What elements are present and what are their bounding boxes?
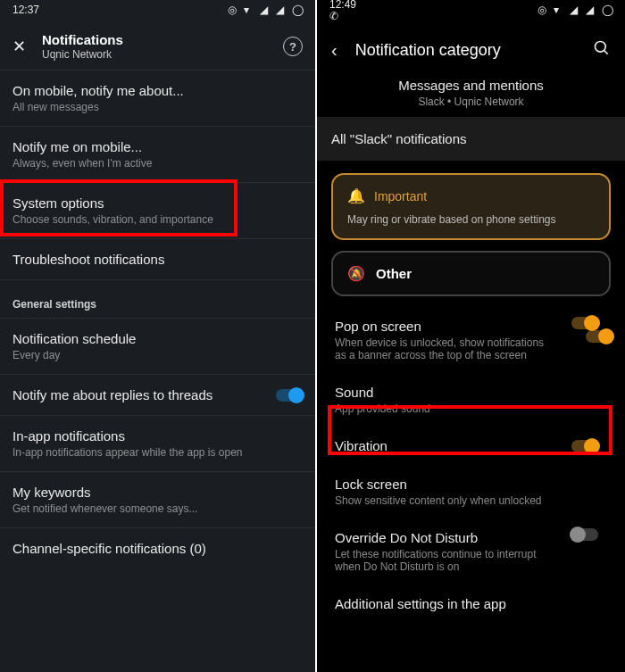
row-title: All "Slack" notifications (331, 131, 467, 146)
status-bar: 12:37 ◎ ▾ ◢ ◢ ◯ (0, 0, 315, 20)
card-label: Important (374, 189, 427, 203)
row-additional-settings[interactable]: Additional settings in the app (333, 585, 611, 623)
row-override-dnd[interactable]: Override Do Not Disturb Let these notifi… (333, 519, 611, 585)
row-title: Vibration (335, 438, 609, 453)
battery-icon: ◯ (602, 4, 612, 15)
phone-left-notifications: 12:37 ◎ ▾ ◢ ◢ ◯ ✕ Notifications Uqnic Ne… (0, 0, 317, 672)
header-title: Notification category (355, 41, 575, 60)
row-lock-screen[interactable]: Lock screen Show sensitive content only … (333, 465, 611, 519)
header-subtitle: Uqnic Network (42, 48, 267, 61)
svg-line-1 (604, 51, 608, 54)
phone-right-notification-category: 12:49 ✆ ◎ ▾ ◢ ◢ ◯ ‹ Notification categor… (317, 0, 625, 672)
status-time: 12:37 (12, 4, 39, 16)
signal2-icon: ◢ (276, 4, 287, 15)
row-troubleshoot[interactable]: Troubleshoot notifications (0, 239, 315, 280)
pop-toggle[interactable] (571, 317, 598, 329)
row-title: System options (12, 195, 303, 211)
status-time: 12:49 ✆ (329, 0, 359, 21)
signal-icon: ◢ (260, 4, 271, 15)
row-notification-schedule[interactable]: Notification schedule Every day (0, 318, 315, 375)
category-title: Messages and mentions (331, 78, 611, 93)
row-on-mobile-notify[interactable]: On mobile, notify me about... All new me… (0, 71, 315, 127)
row-subtitle: All new messages (12, 101, 303, 113)
category-summary: Messages and mentions Slack • Uqnic Netw… (317, 78, 625, 117)
back-icon[interactable]: ‹ (331, 40, 338, 61)
row-all-slack-notifications[interactable]: All "Slack" notifications (317, 117, 625, 161)
settings-list: Pop on screen When device is unlocked, s… (317, 307, 625, 623)
row-title: Sound (335, 385, 609, 400)
row-pop-on-screen[interactable]: Pop on screen When device is unlocked, s… (333, 307, 611, 373)
card-label: Other (376, 266, 412, 281)
svg-point-0 (596, 42, 606, 53)
status-icons: ◎ ▾ ◢ ◢ ◯ (228, 4, 303, 15)
vibration-toggle[interactable] (571, 440, 598, 452)
row-vibration[interactable]: Vibration (333, 427, 611, 465)
dnd-icon: ◎ (228, 4, 238, 15)
dnd-toggle[interactable] (571, 528, 598, 541)
importance-cards: 🔔Important May ring or vibrate based on … (317, 161, 625, 296)
row-subtitle: Every day (12, 349, 303, 361)
row-title: Additional settings in the app (335, 596, 609, 611)
search-icon[interactable] (593, 39, 611, 62)
bell-off-icon: 🔕 (347, 265, 365, 282)
header: ‹ Notification category (317, 20, 625, 78)
header-title: Notifications (42, 32, 267, 47)
row-title: Notify me about replies to threads (12, 387, 303, 402)
dnd-icon: ◎ (538, 4, 548, 15)
row-my-keywords[interactable]: My keywords Get notified whenever someon… (0, 472, 315, 528)
row-title: Troubleshoot notifications (12, 252, 303, 267)
wifi-icon: ▾ (244, 4, 254, 15)
header-title-block: Notifications Uqnic Network (42, 32, 267, 61)
row-subtitle: App provided sound (335, 402, 549, 415)
battery-icon: ◯ (292, 4, 303, 15)
row-title: On mobile, notify me about... (12, 83, 303, 98)
row-subtitle: When device is unlocked, show notificati… (335, 336, 549, 361)
header: ✕ Notifications Uqnic Network ? (0, 20, 315, 71)
row-title: Lock screen (335, 477, 609, 492)
signal2-icon: ◢ (586, 4, 596, 15)
status-icons: ◎ ▾ ◢ ◢ ◯ (538, 4, 612, 15)
row-system-options[interactable]: System options Choose sounds, vibration,… (0, 183, 315, 239)
row-sound[interactable]: Sound App provided sound (333, 373, 611, 427)
card-subtitle: May ring or vibrate based on phone setti… (347, 213, 595, 226)
row-channel-specific[interactable]: Channel-specific notifications (0) (0, 528, 315, 568)
signal-icon: ◢ (570, 4, 580, 15)
help-icon[interactable]: ? (283, 37, 303, 56)
wifi-icon: ▾ (554, 4, 564, 15)
whatsapp-icon: ✆ (329, 11, 340, 21)
status-bar: 12:49 ✆ ◎ ▾ ◢ ◢ ◯ (317, 0, 625, 20)
row-title: Notify me on mobile... (12, 139, 303, 154)
row-replies-to-threads[interactable]: Notify me about replies to threads (0, 375, 315, 416)
row-subtitle: Get notified whenever someone says... (12, 502, 303, 515)
row-subtitle: Always, even when I'm active (12, 157, 303, 170)
row-title: Channel-specific notifications (0) (12, 541, 303, 556)
row-notify-me-on-mobile[interactable]: Notify me on mobile... Always, even when… (0, 127, 315, 183)
threads-toggle[interactable] (276, 389, 303, 402)
row-subtitle: In-app notifications appear while the ap… (12, 446, 303, 459)
row-subtitle: Show sensitive content only when unlocke… (335, 494, 549, 507)
close-icon[interactable]: ✕ (12, 37, 26, 56)
card-important[interactable]: 🔔Important May ring or vibrate based on … (331, 173, 611, 240)
row-title: Override Do Not Disturb (335, 530, 609, 545)
row-title: My keywords (12, 485, 303, 500)
section-general-settings: General settings (0, 280, 315, 318)
row-title: Pop on screen (335, 319, 609, 334)
category-subtitle: Slack • Uqnic Network (331, 95, 611, 108)
row-in-app-notifications[interactable]: In-app notifications In-app notification… (0, 416, 315, 472)
bell-icon: 🔔 (347, 187, 365, 204)
row-title: Notification schedule (12, 331, 303, 346)
row-subtitle: Let these notifications continue to inte… (335, 548, 549, 573)
card-other[interactable]: 🔕 Other (331, 251, 611, 296)
row-title: In-app notifications (12, 428, 303, 444)
row-subtitle: Choose sounds, vibration, and importance (12, 213, 303, 226)
